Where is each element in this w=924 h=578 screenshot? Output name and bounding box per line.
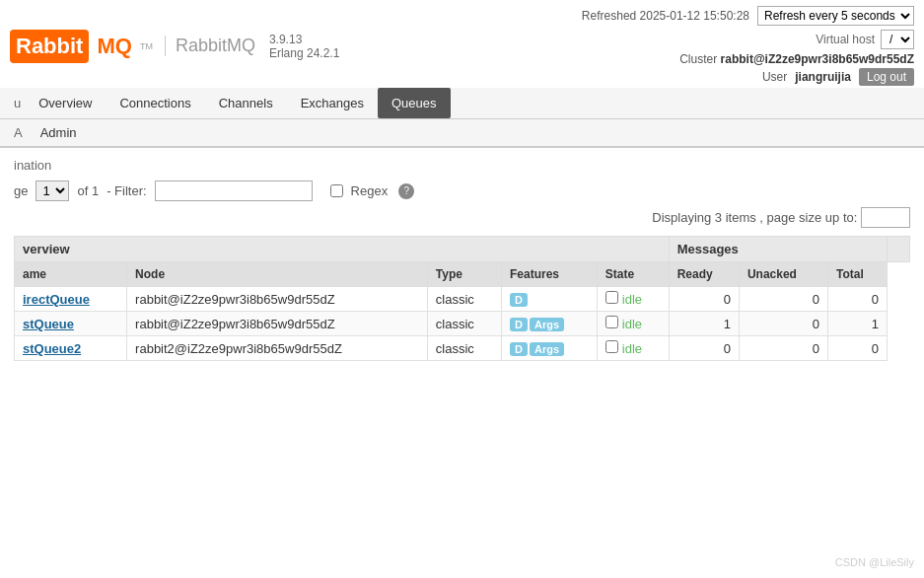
queue-name-cell: irectQueue bbox=[15, 287, 127, 312]
queue-type-cell: classic bbox=[427, 336, 501, 361]
queue-state-cell: idle bbox=[597, 312, 669, 336]
regex-checkbox[interactable] bbox=[330, 184, 343, 197]
vhost-select[interactable]: / bbox=[881, 30, 914, 49]
refresh-row: Refreshed 2025-01-12 15:50:28 Refresh ev… bbox=[582, 6, 914, 26]
regex-label: Regex bbox=[351, 183, 389, 198]
table-row: irectQueue rabbit@iZ2ze9pwr3i8b65w9dr55d… bbox=[15, 287, 910, 312]
logo-rabbit-text: Rabbit bbox=[16, 34, 83, 59]
badge-args-icon: Args bbox=[530, 318, 564, 331]
queue-total-cell: 1 bbox=[827, 312, 887, 336]
col-unacked: Unacked bbox=[739, 262, 827, 287]
vhost-row: Virtual host / bbox=[816, 30, 914, 49]
header-meta: Refreshed 2025-01-12 15:50:28 Refresh ev… bbox=[582, 6, 914, 86]
cluster-row: Cluster rabbit@iZ2ze9pwr3i8b65w9dr55dZ bbox=[679, 52, 914, 66]
cluster-value: rabbit@iZ2ze9pwr3i8b65w9dr55dZ bbox=[721, 52, 914, 66]
overview-header: verview bbox=[15, 237, 670, 262]
badge-d-icon: D bbox=[510, 293, 528, 307]
nav-exchanges[interactable]: Exchanges bbox=[287, 88, 378, 118]
header: Rabbit MQTM RabbitMQ 3.9.13 Erlang 24.2.… bbox=[0, 0, 924, 88]
col-node: Node bbox=[127, 262, 428, 287]
state-checkbox[interactable] bbox=[605, 291, 618, 304]
queue-ready-cell: 1 bbox=[669, 312, 739, 336]
queue-features-cell: D bbox=[502, 287, 598, 312]
filter-bar: ge 1 of 1 - Filter: Regex ? bbox=[14, 181, 910, 201]
queue-total-cell: 0 bbox=[827, 336, 887, 361]
cluster-label: Cluster bbox=[679, 52, 717, 66]
col-type: Type bbox=[427, 262, 501, 287]
state-value: idle bbox=[622, 292, 642, 307]
nav-channels[interactable]: Channels bbox=[205, 88, 287, 118]
queue-state-cell: idle bbox=[597, 336, 669, 361]
queue-unacked-cell: 0 bbox=[739, 287, 827, 312]
badge-d-icon: D bbox=[510, 318, 528, 331]
badge-args-icon: Args bbox=[530, 342, 564, 356]
queue-node-cell: rabbit@iZ2ze9pwr3i8b65w9dr55dZ bbox=[127, 312, 428, 336]
section-title: ination bbox=[14, 158, 910, 173]
page-size-input[interactable]: 100 bbox=[861, 207, 910, 228]
admin-row: A Admin bbox=[0, 119, 924, 148]
queue-name-cell: stQueue bbox=[15, 312, 127, 336]
logo-tm: TM bbox=[140, 41, 153, 51]
queue-total-cell: 0 bbox=[827, 287, 887, 312]
filter-label: - Filter: bbox=[107, 183, 146, 198]
queue-unacked-cell: 0 bbox=[739, 312, 827, 336]
col-total: Total bbox=[827, 262, 887, 287]
logo-section: Rabbit MQTM RabbitMQ 3.9.13 Erlang 24.2.… bbox=[10, 30, 339, 63]
main-nav: u Overview Connections Channels Exchange… bbox=[0, 88, 924, 119]
content: ination ge 1 of 1 - Filter: Regex ? Disp… bbox=[0, 148, 924, 371]
display-text: Displaying 3 items , page size up to: bbox=[652, 210, 857, 225]
nav-queues[interactable]: Queues bbox=[378, 88, 451, 118]
nav-u-prefix: u bbox=[10, 88, 25, 118]
queue-name-link[interactable]: stQueue bbox=[23, 317, 74, 331]
extra-header bbox=[888, 237, 910, 262]
table-row: stQueue2 rabbit2@iZ2ze9pwr3i8b65w9dr55dZ… bbox=[15, 336, 910, 361]
queue-features-cell: DArgs bbox=[502, 336, 598, 361]
queue-name-link[interactable]: irectQueue bbox=[23, 292, 90, 307]
col-ready: Ready bbox=[669, 262, 739, 287]
nav-connections[interactable]: Connections bbox=[106, 88, 204, 118]
erlang-tag: Erlang 24.2.1 bbox=[269, 46, 339, 60]
filter-input[interactable] bbox=[155, 181, 313, 201]
queue-node-cell: rabbit2@iZ2ze9pwr3i8b65w9dr55dZ bbox=[127, 336, 428, 361]
state-checkbox[interactable] bbox=[605, 316, 618, 328]
queue-name-link[interactable]: stQueue2 bbox=[23, 341, 81, 356]
queue-name-cell: stQueue2 bbox=[15, 336, 127, 361]
logo-mq: MQ bbox=[97, 34, 131, 59]
admin-prefix: A bbox=[10, 119, 27, 146]
state-value: idle bbox=[622, 341, 642, 356]
queue-unacked-cell: 0 bbox=[739, 336, 827, 361]
version-tag: 3.9.13 bbox=[269, 33, 339, 46]
vhost-label: Virtual host bbox=[816, 33, 875, 46]
queue-type-cell: classic bbox=[427, 312, 501, 336]
page-label: ge bbox=[14, 183, 28, 198]
queue-node-cell: rabbit@iZ2ze9pwr3i8b65w9dr55dZ bbox=[127, 287, 428, 312]
col-name: ame bbox=[15, 262, 127, 287]
admin-link[interactable]: Admin bbox=[27, 119, 91, 146]
user-row: User jiangruijia Log out bbox=[762, 68, 914, 86]
user-label: User bbox=[762, 70, 787, 84]
queue-features-cell: DArgs bbox=[502, 312, 598, 336]
state-checkbox[interactable] bbox=[605, 340, 618, 353]
logo-name: RabbitMQ bbox=[165, 36, 255, 56]
nav-overview[interactable]: Overview bbox=[25, 88, 106, 118]
queue-type-cell: classic bbox=[427, 287, 501, 312]
page-select[interactable]: 1 bbox=[36, 181, 69, 201]
queues-table: verview Messages ame Node Type Features … bbox=[14, 236, 910, 361]
refreshed-text: Refreshed 2025-01-12 15:50:28 bbox=[582, 9, 749, 23]
regex-help-icon[interactable]: ? bbox=[398, 183, 414, 199]
queue-ready-cell: 0 bbox=[669, 336, 739, 361]
queue-state-cell: idle bbox=[597, 287, 669, 312]
refresh-select[interactable]: Refresh every 5 seconds bbox=[757, 6, 914, 26]
user-name: jiangruijia bbox=[795, 70, 851, 84]
messages-header: Messages bbox=[669, 237, 887, 262]
version-section: 3.9.13 Erlang 24.2.1 bbox=[269, 33, 339, 60]
col-features: Features bbox=[502, 262, 598, 287]
state-value: idle bbox=[622, 317, 642, 331]
logo-box: Rabbit bbox=[10, 30, 89, 63]
badge-d-icon: D bbox=[510, 342, 528, 356]
of-label: of 1 bbox=[77, 183, 99, 198]
logout-button[interactable]: Log out bbox=[859, 68, 914, 86]
queue-ready-cell: 0 bbox=[669, 287, 739, 312]
display-info: Displaying 3 items , page size up to: 10… bbox=[14, 207, 910, 228]
col-state: State bbox=[597, 262, 669, 287]
